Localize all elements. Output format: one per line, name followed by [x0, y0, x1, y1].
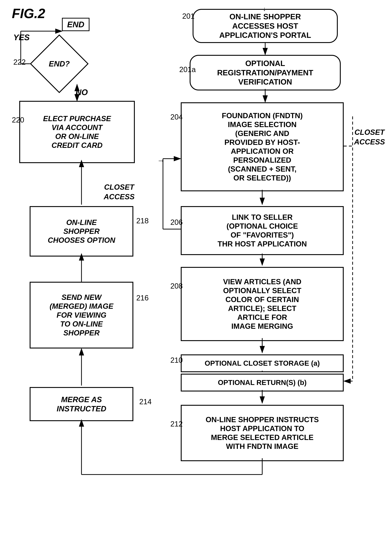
figure-title: FIG.2	[12, 6, 45, 21]
end-diamond: END?	[38, 43, 80, 84]
label-208: 208	[170, 282, 183, 290]
label-204: 204	[170, 113, 183, 121]
label-222: 222	[13, 58, 26, 66]
node-216: SEND NEW (MERGED) IMAGE FOR VIEWING TO O…	[30, 282, 133, 349]
node-201a: OPTIONAL REGISTRATION/PAYMENT VERIFICATI…	[190, 55, 341, 91]
node-204: FOUNDATION (FNDTN) IMAGE SELECTION (GENE…	[181, 102, 344, 191]
node-210a: OPTIONAL CLOSET STORAGE (a)	[181, 354, 344, 372]
diagram-container: FIG.2	[0, 0, 392, 546]
node-212: ON-LINE SHOPPER INSTRUCTS HOST APPLICATI…	[181, 405, 344, 461]
node-201: ON-LINE SHOPPER ACCESSES HOST APPLICATIO…	[193, 9, 338, 43]
label-201a: 201a	[179, 65, 196, 74]
label-214: 214	[139, 397, 152, 406]
node-214: MERGE AS INSTRUCTED	[30, 387, 133, 421]
label-no: NO	[76, 87, 88, 97]
label-210: 210	[170, 356, 183, 364]
label-212: 212	[170, 420, 183, 428]
label-216: 216	[136, 294, 149, 302]
node-206: LINK TO SELLER (OPTIONAL CHOICE OF "FAVO…	[181, 206, 344, 255]
closet-access-arrow: →	[157, 156, 165, 165]
node-220: ELECT PURCHASE VIA ACCOUNT OR ON-LINE CR…	[19, 101, 135, 163]
label-201: 201	[182, 12, 195, 20]
node-210b: OPTIONAL RETURN(S) (b)	[181, 374, 344, 391]
label-closet-access-left: CLOSETACCESS	[104, 182, 134, 202]
end-terminal-box: END	[62, 18, 89, 31]
label-220: 220	[12, 116, 24, 124]
node-218: ON-LINE SHOPPER CHOOSES OPTION	[30, 206, 133, 257]
label-206: 206	[170, 218, 183, 227]
label-yes: YES	[13, 33, 30, 42]
node-208: VIEW ARTICLES (AND OPTIONALLY SELECT COL…	[181, 267, 344, 341]
label-closet-access-right: CLOSETACCESS	[354, 128, 385, 147]
label-218: 218	[136, 216, 149, 225]
